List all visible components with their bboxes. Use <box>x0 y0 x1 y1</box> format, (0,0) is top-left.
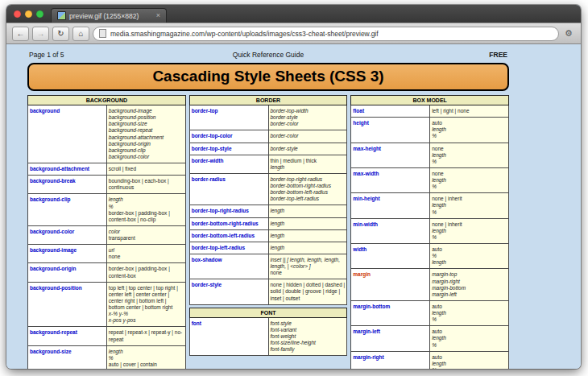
value-line: background-origin <box>109 141 184 147</box>
ref-table-background: BACKGROUNDbackgroundbackground-imageback… <box>27 95 186 369</box>
value-line: border-box | padding-box | content-box <box>109 266 184 279</box>
property-name: box-shadow <box>189 254 268 279</box>
value-line: color <box>109 229 184 235</box>
table-row: background-cliplength%border-box | paddi… <box>28 194 186 226</box>
property-name: background-attachment <box>28 163 107 176</box>
page-content: Page 1 of 5 Quick Reference Guide FREE C… <box>6 44 581 369</box>
property-values: none | inheritlength% <box>430 193 509 218</box>
value-line: auto <box>432 354 507 361</box>
cheat-sheet: Page 1 of 5 Quick Reference Guide FREE C… <box>27 49 509 369</box>
value-line: url <box>109 247 184 254</box>
window-controls <box>6 5 51 23</box>
value-line: border-style <box>271 146 346 152</box>
value-line: none <box>432 146 507 152</box>
value-line: border-color <box>271 133 346 139</box>
property-values: border-style <box>268 143 347 155</box>
property-name: margin <box>351 269 430 301</box>
table-header: BACKGROUND <box>28 96 186 105</box>
wrench-menu-button[interactable]: ⚙ <box>562 28 575 39</box>
value-line: border-style <box>271 114 346 121</box>
reload-button[interactable]: ↻ <box>52 27 69 41</box>
property-values: top left | top center | top right | cent… <box>106 282 185 327</box>
table-row: border-bottom-left-radiuslength <box>189 229 347 242</box>
value-line: font-size/line-height <box>271 340 346 346</box>
home-button[interactable]: ⌂ <box>72 27 89 41</box>
property-values: border-top-right-radiusborder-bottom-rig… <box>268 173 347 205</box>
table-row: min-heightnone | inheritlength% <box>351 193 509 218</box>
value-line: % <box>432 342 507 349</box>
value-line: repeat | repeat-x | repeat-y | no-repeat <box>109 329 184 342</box>
value-line: border-bottom-left-radius <box>271 189 346 196</box>
property-name: background-image <box>28 245 107 263</box>
table-row: max-widthnonelength% <box>351 167 509 192</box>
value-line: length <box>432 202 507 209</box>
property-values: nonelength% <box>430 167 509 192</box>
property-name: border-top-style <box>189 143 268 155</box>
tab-title: preview.gif (1255×882) <box>69 12 139 20</box>
back-button[interactable]: ← <box>12 27 29 41</box>
header-free-label: FREE <box>350 51 507 59</box>
value-line: auto <box>432 304 507 310</box>
value-line: font-weight <box>271 333 346 340</box>
table-row: background-repeatrepeat | repeat-x | rep… <box>28 327 186 345</box>
table-row: floatleft | right | none <box>351 105 509 118</box>
property-name: border-top-left-radius <box>189 242 268 254</box>
sheet-header-row: Page 1 of 5 Quick Reference Guide FREE <box>27 49 509 63</box>
property-values: bounding-box | each-box | continuous <box>106 176 185 194</box>
property-values: none | hidden | dotted | dashed | solid … <box>268 279 347 304</box>
property-name: float <box>351 105 430 118</box>
value-line: border-top-left-radius <box>271 196 346 202</box>
value-line: font-style <box>271 320 346 327</box>
table-row: border-topborder-top-widthborder-stylebo… <box>189 105 347 130</box>
value-line: left | right | none <box>432 108 507 114</box>
property-values: auto%length <box>430 244 509 269</box>
property-values: autolength% <box>430 351 509 369</box>
property-values: length%border-box | padding-box | conten… <box>106 194 185 226</box>
forward-button[interactable]: → <box>32 27 49 41</box>
value-line: top left | top center | top right | cent… <box>109 285 184 312</box>
property-name: margin-left <box>351 326 430 351</box>
browser-tab[interactable]: preview.gif (1255×882) × <box>51 8 167 23</box>
property-name: border-top-right-radius <box>189 205 268 217</box>
property-values: repeat | repeat-x | repeat-y | no-repeat <box>106 327 185 345</box>
property-values: length <box>268 205 347 217</box>
property-name: min-height <box>351 193 430 218</box>
value-line: % <box>432 367 507 369</box>
value-line: % <box>109 204 184 210</box>
tab-close-icon[interactable]: × <box>156 12 160 19</box>
value-line: length <box>109 196 184 203</box>
value-line: x-% y-% <box>109 311 184 317</box>
value-line: length <box>432 126 507 133</box>
property-name: margin-bottom <box>351 300 430 325</box>
property-values: urlnone <box>106 245 185 263</box>
value-line: length <box>271 233 346 239</box>
value-line: background-color <box>109 154 184 160</box>
property-values: border-color <box>268 130 347 143</box>
value-line: % <box>432 133 507 139</box>
table-row: max-heightnonelength% <box>351 143 509 167</box>
address-bar[interactable]: media.smashingmagazine.com/wp-content/up… <box>93 27 559 41</box>
minimize-window-button[interactable] <box>25 10 32 18</box>
zoom-window-button[interactable] <box>36 10 43 18</box>
value-line: font-family <box>271 346 346 353</box>
table-header: BORDER <box>189 96 347 105</box>
header-subtitle: Quick Reference Guide <box>187 51 350 59</box>
table-columns: BACKGROUNDbackgroundbackground-imageback… <box>27 95 509 369</box>
value-line: none | inherit <box>432 196 507 202</box>
value-line: border-box | padding-box | content-box |… <box>109 210 184 223</box>
value-line: length <box>432 310 507 316</box>
table-row: background-colorcolortransparent <box>28 225 186 244</box>
value-line: margin-top <box>432 271 507 278</box>
value-line: length <box>432 228 507 234</box>
value-line: font-variant <box>271 327 346 333</box>
value-line: background-repeat <box>109 127 184 134</box>
table-row: marginmargin-topmargin-rightmargin-botto… <box>351 269 509 301</box>
property-name: border-radius <box>189 173 268 205</box>
close-window-button[interactable] <box>14 10 21 18</box>
value-line: background-position <box>109 114 184 121</box>
property-name: background-repeat <box>28 327 107 345</box>
property-name: border-bottom-right-radius <box>189 217 268 229</box>
property-values: autolength% <box>430 326 509 351</box>
property-name: border-width <box>189 155 268 173</box>
property-name: margin-right <box>351 351 430 369</box>
